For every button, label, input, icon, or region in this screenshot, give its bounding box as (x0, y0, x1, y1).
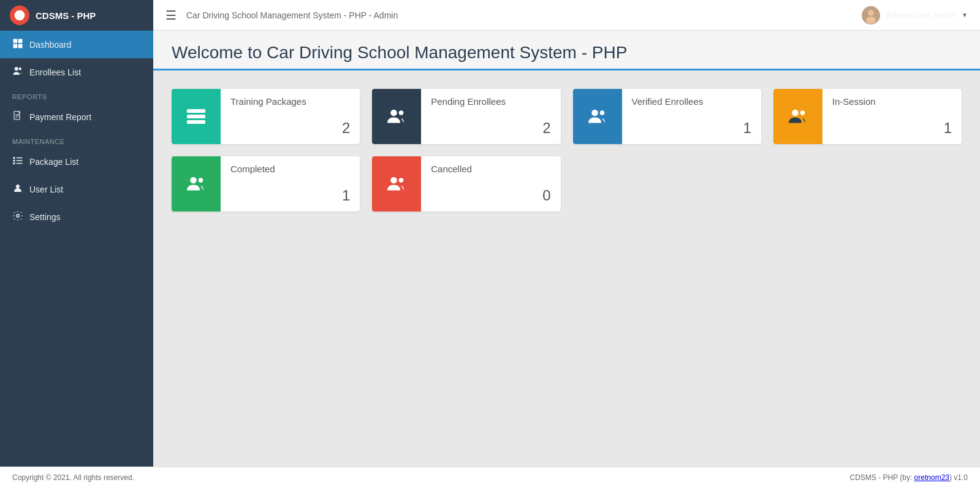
stat-card-training-packages[interactable]: Training Packages 2 (172, 89, 360, 144)
sidebar-item-payment-report[interactable]: Payment Report (0, 103, 153, 131)
stat-card-body: In-Session 1 (822, 89, 962, 144)
stat-label: Verified Enrollees (632, 96, 751, 107)
stat-label: Cancelled (431, 164, 550, 174)
svg-rect-7 (18, 44, 23, 48)
sidebar-item-label: Enrollees List (29, 67, 81, 77)
file-icon (12, 110, 23, 123)
stat-label: In-Session (832, 96, 952, 107)
dropdown-icon: ▼ (962, 12, 968, 18)
stat-card-body: Completed 1 (221, 156, 360, 212)
stat-label: Pending Enrollees (431, 96, 550, 107)
stats-row-2: Completed 1 (172, 156, 962, 212)
svg-point-3 (866, 17, 876, 24)
in-session-icon (773, 89, 822, 144)
sidebar-item-dashboard[interactable]: Dashboard (0, 31, 153, 58)
stat-value: 1 (832, 120, 952, 137)
svg-rect-6 (13, 44, 18, 48)
svg-point-9 (19, 67, 22, 71)
brand-logo (10, 6, 29, 25)
admin-name[interactable]: Adminstrator Admin (886, 10, 955, 20)
stats-row-1: Training Packages 2 (172, 89, 962, 144)
sidebar-section-maintenance: Maintenance (0, 131, 153, 148)
svg-point-32 (199, 178, 203, 183)
sidebar-item-label: User List (29, 185, 63, 194)
stat-value: 0 (431, 187, 550, 204)
sidebar-item-label: Dashboard (29, 40, 72, 50)
sidebar-item-enrollees-list[interactable]: Enrollees List (0, 58, 153, 86)
stat-card-completed[interactable]: Completed 1 (172, 156, 360, 212)
svg-rect-24 (187, 120, 205, 124)
svg-point-34 (399, 178, 404, 183)
content-body: Training Packages 2 (153, 71, 980, 463)
svg-point-8 (15, 67, 18, 71)
avatar (862, 6, 880, 25)
sidebar-item-package-list[interactable]: Package List (0, 148, 153, 175)
stat-card-body: Cancelled 0 (421, 156, 560, 212)
brand-name: CDSMS - PHP (36, 10, 96, 21)
stat-card-body: Training Packages 2 (221, 89, 360, 144)
top-header: ☰ Car Driving School Management System -… (153, 0, 980, 31)
footer: Copyright © 2021. All rights reserved. C… (0, 467, 980, 488)
sidebar-item-user-list[interactable]: User List (0, 175, 153, 203)
footer-copyright: Copyright © 2021. All rights reserved. (12, 473, 134, 482)
sidebar-section-reports: Reports (0, 86, 153, 103)
stat-card-cancelled[interactable]: Cancelled 0 (372, 156, 560, 212)
cancelled-icon (372, 156, 421, 212)
svg-point-33 (391, 177, 398, 184)
sidebar-item-label: Settings (29, 212, 61, 222)
user-icon (12, 183, 23, 196)
svg-point-20 (16, 185, 20, 188)
stat-label: Completed (230, 164, 350, 174)
svg-point-0 (15, 10, 25, 21)
sidebar-item-settings[interactable]: Settings (0, 203, 153, 231)
stat-value: 2 (431, 120, 550, 137)
svg-point-25 (391, 110, 398, 116)
copyright-text: Copyright © 2021. All rights reserved. (12, 473, 134, 482)
main-content: Welcome to Car Driving School Management… (153, 31, 980, 488)
svg-point-27 (591, 110, 598, 116)
page-title: Welcome to Car Driving School Management… (172, 43, 962, 63)
stat-card-verified-enrollees[interactable]: Verified Enrollees 1 (573, 89, 761, 144)
stat-label: Training Packages (230, 96, 350, 107)
svg-rect-4 (13, 39, 18, 44)
sidebar-brand: CDSMS - PHP (0, 0, 153, 31)
svg-point-29 (792, 110, 799, 116)
hamburger-icon[interactable]: ☰ (165, 8, 177, 23)
sidebar-item-label: Package List (29, 157, 78, 167)
svg-rect-16 (13, 162, 15, 164)
svg-rect-15 (13, 160, 15, 162)
sidebar: Dashboard Enrollees List Reports (0, 31, 153, 488)
completed-icon (172, 156, 221, 212)
sidebar-item-label: Payment Report (29, 112, 91, 122)
svg-point-26 (399, 110, 404, 115)
list-icon (12, 155, 23, 168)
footer-author-link[interactable]: oretnom23 (914, 473, 949, 482)
pending-enrollees-icon (372, 89, 421, 144)
svg-rect-14 (13, 157, 15, 159)
system-title: Car Driving School Management System - P… (186, 10, 398, 20)
stat-card-pending-enrollees[interactable]: Pending Enrollees 2 (372, 89, 560, 144)
settings-icon (12, 210, 23, 223)
page-header: Welcome to Car Driving School Management… (153, 31, 980, 71)
footer-brand-info: CDSMS - PHP (by: oretnom23) v1.0 (849, 473, 968, 482)
stat-value: 1 (230, 187, 350, 204)
dashboard-icon (12, 38, 23, 51)
svg-point-30 (800, 110, 805, 115)
svg-rect-23 (187, 115, 205, 118)
stat-value: 2 (230, 120, 350, 137)
svg-point-21 (17, 215, 20, 218)
users-icon (12, 66, 23, 78)
footer-brand-label: CDSMS - PHP (by: (849, 473, 914, 482)
stat-card-in-session[interactable]: In-Session 1 (773, 89, 962, 144)
svg-point-2 (868, 10, 874, 16)
admin-menu[interactable]: Adminstrator Admin ▼ (862, 6, 968, 25)
stat-value: 1 (632, 120, 751, 137)
svg-rect-5 (18, 39, 23, 44)
stat-card-body: Verified Enrollees 1 (622, 89, 761, 144)
stat-card-body: Pending Enrollees 2 (421, 89, 560, 144)
svg-point-28 (599, 110, 604, 115)
verified-enrollees-icon (573, 89, 622, 144)
svg-point-31 (190, 177, 197, 184)
svg-rect-22 (187, 109, 205, 113)
footer-version: ) v1.0 (949, 473, 968, 482)
